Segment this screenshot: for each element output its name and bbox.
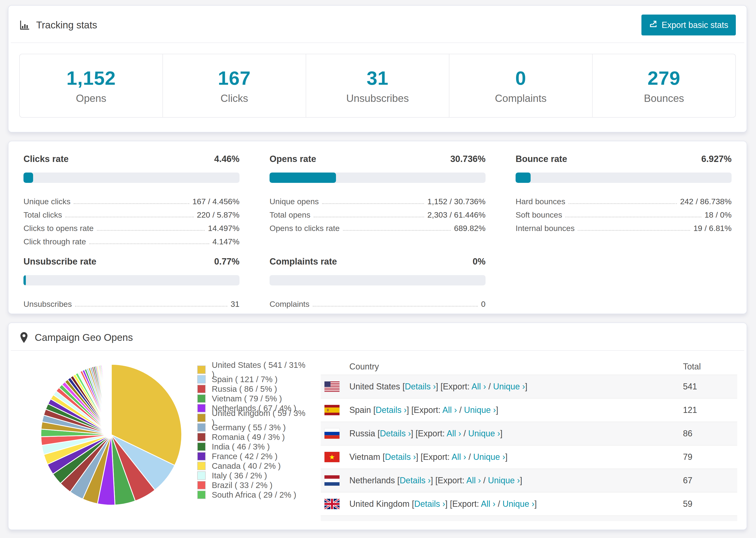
- complaints-rate-head: Complaints rate0%: [270, 256, 486, 267]
- detail-row: Internal bounces19 / 6.81%: [515, 219, 731, 233]
- detail-row: Opens to clicks rate689.82%: [270, 219, 486, 233]
- legend-item-romania[interactable]: Romania ( 49 / 3% ): [197, 432, 307, 442]
- legend-item-brazil[interactable]: Brazil ( 33 / 2% ): [197, 480, 307, 490]
- legend-item-canada[interactable]: Canada ( 40 / 2% ): [197, 461, 307, 471]
- legend-item-united-states[interactable]: United States ( 541 / 31% ): [197, 365, 307, 374]
- bracket-text: ]: [534, 499, 537, 509]
- legend-item-france[interactable]: France ( 42 / 2% ): [197, 452, 307, 461]
- bounce-rate-block: Bounce rate6.927%Hard bounces242 / 86.73…: [515, 154, 731, 246]
- opens-rate-value: 30.736%: [450, 154, 486, 164]
- legend-swatch: [197, 452, 206, 460]
- detail-label: Internal bounces: [515, 224, 574, 233]
- dotted-leader: [568, 203, 677, 204]
- detail-row: Unique opens1,152 / 30.736%: [270, 193, 486, 206]
- bracket-text: ]: [520, 476, 522, 485]
- bracket-text: ] [Export:: [436, 382, 471, 391]
- detail-label: Complaints: [270, 299, 309, 309]
- export-unique-link-vn[interactable]: Unique ›: [473, 452, 505, 462]
- details-link-ru[interactable]: Details ›: [380, 429, 411, 438]
- legend-swatch: [197, 404, 206, 412]
- geo-pie-chart[interactable]: [38, 362, 184, 508]
- dotted-leader: [65, 217, 193, 217]
- export-unique-link-gb[interactable]: Unique ›: [503, 499, 534, 509]
- geo-table-row-ru: Russia [Details ›] [Export: All › / Uniq…: [321, 422, 737, 445]
- opens-rate-head: Opens rate30.736%: [270, 154, 486, 164]
- export-all-link-gb[interactable]: All ›: [481, 499, 495, 509]
- stat-label: Unsubscribes: [346, 92, 409, 104]
- detail-label: Total opens: [270, 210, 310, 219]
- export-unique-link-ru[interactable]: Unique ›: [468, 429, 500, 438]
- geo-legend: United States ( 541 / 31% )Spain ( 121 /…: [197, 365, 307, 524]
- bounce-rate-title: Bounce rate: [515, 154, 567, 164]
- export-all-link-nl[interactable]: All ›: [466, 476, 481, 485]
- export-all-link-es[interactable]: All ›: [442, 405, 457, 415]
- legend-item-united-kingdom[interactable]: United Kingdom ( 59 / 3% ): [197, 413, 307, 422]
- dotted-leader: [89, 243, 209, 244]
- legend-item-india[interactable]: India ( 46 / 3% ): [197, 442, 307, 452]
- details-link-es[interactable]: Details ›: [376, 405, 406, 415]
- summary-stats-row: 1,152Opens167Clicks31Unsubscribes0Compla…: [19, 54, 736, 118]
- export-unique-link-nl[interactable]: Unique ›: [488, 476, 520, 485]
- export-all-link-us[interactable]: All ›: [471, 382, 486, 391]
- legend-label: Italy ( 36 / 2% ): [212, 471, 267, 480]
- geo-header: Campaign Geo Opens: [9, 323, 747, 350]
- details-link-us[interactable]: Details ›: [405, 382, 436, 391]
- bracket-text: ] [Export:: [431, 476, 466, 485]
- export-all-link-ru[interactable]: All ›: [447, 429, 461, 438]
- export-icon: [649, 20, 657, 30]
- stat-cell-opens: 1,152Opens: [20, 54, 163, 117]
- clicks-rate-progress-fill: [24, 173, 33, 183]
- legend-label: South Africa ( 29 / 2% ): [212, 490, 296, 500]
- export-basic-stats-button[interactable]: Export basic stats: [641, 15, 736, 35]
- country-column-header: Country: [349, 359, 683, 375]
- opens-rate-block: Opens rate30.736%Unique opens1,152 / 30.…: [270, 154, 486, 246]
- geo-title-group: Campaign Geo Opens: [19, 332, 133, 343]
- legend-label: France ( 42 / 2% ): [212, 452, 278, 461]
- detail-row: Unique clicks167 / 4.456%: [24, 193, 240, 206]
- flag-cell: [321, 375, 349, 398]
- export-unique-link-us[interactable]: Unique ›: [493, 382, 525, 391]
- geo-table-row-us: United States [Details ›] [Export: All ›…: [321, 375, 737, 398]
- legend-item-italy[interactable]: Italy ( 36 / 2% ): [197, 471, 307, 480]
- opens-rate-progress-fill: [270, 173, 336, 183]
- stat-value: 279: [648, 67, 680, 89]
- stat-cell-bounces: 279Bounces: [593, 54, 735, 117]
- geo-table-row-nl: Netherlands [Details ›] [Export: All › /…: [321, 469, 737, 492]
- legend-swatch: [197, 423, 206, 432]
- pie-slice-other-65[interactable]: [111, 364, 111, 435]
- detail-value: 4.147%: [212, 237, 240, 246]
- legend-item-russia[interactable]: Russia ( 86 / 5% ): [197, 384, 307, 394]
- link-separator: /: [481, 476, 488, 485]
- legend-swatch: [197, 471, 206, 480]
- legend-swatch: [197, 481, 206, 489]
- detail-value: 220 / 5.87%: [197, 210, 240, 219]
- country-name: Netherlands [: [350, 476, 400, 485]
- detail-label: Hard bounces: [515, 197, 566, 206]
- dotted-leader: [322, 203, 424, 204]
- bracket-text: ] [Export:: [411, 429, 447, 438]
- flag-cell: [321, 445, 349, 469]
- details-link-gb[interactable]: Details ›: [414, 499, 445, 509]
- legend-label: Germany ( 55 / 3% ): [212, 423, 286, 432]
- details-link-vn[interactable]: Details ›: [385, 452, 416, 462]
- detail-value: 18 / 0%: [705, 210, 731, 219]
- export-unique-link-es[interactable]: Unique ›: [464, 405, 496, 415]
- legend-item-vietnam[interactable]: Vietnam ( 79 / 5% ): [197, 394, 307, 403]
- details-link-nl[interactable]: Details ›: [400, 476, 431, 485]
- rates-card: Clicks rate4.46%Unique clicks167 / 4.456…: [8, 141, 747, 314]
- detail-row: Complaints0: [270, 295, 486, 309]
- export-all-link-vn[interactable]: All ›: [452, 452, 466, 462]
- detail-value: 2,303 / 61.446%: [427, 210, 486, 219]
- detail-row: Click through rate4.147%: [24, 233, 240, 246]
- legend-item-south-africa[interactable]: South Africa ( 29 / 2% ): [197, 490, 307, 500]
- detail-label: Unique clicks: [24, 197, 71, 206]
- detail-value: 689.82%: [454, 224, 486, 233]
- tracking-stats-header: Tracking stats Export basic stats: [9, 6, 747, 42]
- country-name: United States [: [350, 382, 405, 391]
- dotted-leader: [343, 230, 451, 231]
- country-cell: Germany [Details ›] [Export: All › / Uni…: [349, 516, 683, 521]
- ru-flag-icon: [324, 428, 349, 439]
- country-name: Vietnam [: [350, 452, 385, 462]
- complaints-rate-value: 0%: [473, 256, 486, 267]
- legend-swatch: [197, 375, 206, 384]
